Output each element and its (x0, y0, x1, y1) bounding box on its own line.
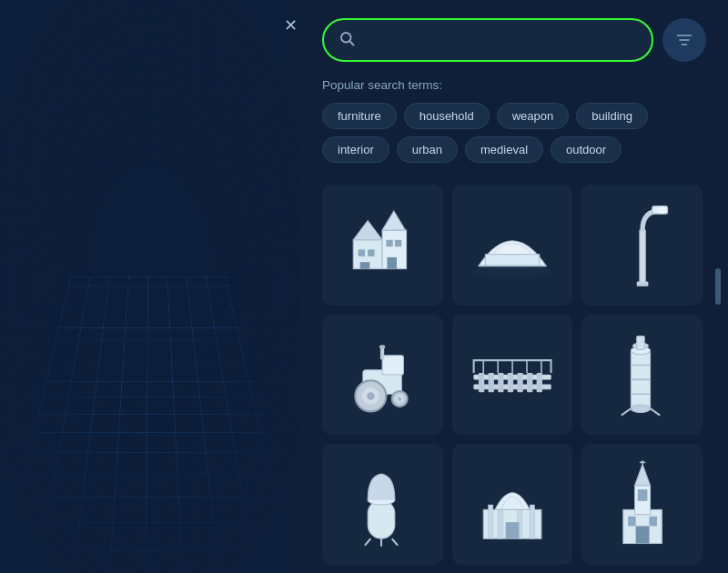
svg-rect-73 (628, 516, 635, 526)
svg-rect-34 (479, 373, 484, 392)
svg-point-21 (658, 206, 665, 214)
svg-rect-18 (639, 230, 644, 283)
close-icon: ✕ (284, 15, 298, 35)
item-building1[interactable] (322, 185, 443, 306)
popular-terms-label: Popular search terms: (322, 78, 706, 92)
svg-marker-7 (353, 221, 382, 240)
search-container (322, 18, 706, 62)
item-church[interactable] (581, 444, 703, 565)
svg-rect-23 (382, 356, 403, 375)
svg-rect-14 (388, 257, 398, 269)
svg-rect-65 (530, 505, 534, 538)
svg-rect-66 (506, 522, 520, 538)
item-tower[interactable] (581, 315, 703, 436)
item-tent[interactable] (452, 185, 573, 306)
svg-line-54 (621, 408, 631, 415)
left-panel (0, 0, 300, 573)
svg-rect-74 (649, 516, 656, 526)
svg-rect-36 (498, 373, 503, 392)
svg-marker-8 (382, 211, 405, 230)
scroll-indicator (715, 268, 721, 305)
filter-button[interactable] (662, 18, 706, 62)
tag-medieval[interactable]: medieval (465, 136, 543, 163)
svg-point-0 (341, 33, 351, 43)
svg-point-15 (474, 266, 551, 278)
item-tractor[interactable] (322, 315, 443, 436)
svg-rect-20 (636, 282, 648, 286)
svg-rect-38 (517, 373, 522, 392)
tag-weapon[interactable]: weapon (497, 103, 570, 129)
svg-rect-39 (527, 373, 532, 392)
svg-marker-69 (634, 464, 650, 485)
search-input[interactable] (364, 33, 637, 48)
svg-line-59 (392, 538, 398, 545)
tags-container: furniture household weapon building inte… (322, 103, 706, 163)
item-silo[interactable] (322, 444, 443, 565)
svg-line-58 (365, 538, 370, 545)
item-dome-building[interactable] (452, 444, 573, 565)
svg-rect-37 (508, 373, 513, 392)
grid-overlay (0, 0, 300, 573)
svg-line-55 (650, 408, 660, 415)
svg-rect-16 (485, 255, 539, 266)
svg-rect-72 (637, 489, 647, 501)
tag-interior[interactable]: interior (322, 136, 389, 163)
svg-rect-62 (488, 505, 492, 538)
svg-rect-56 (368, 499, 395, 538)
svg-rect-40 (537, 373, 542, 392)
search-panel: Popular search terms: furniture househol… (300, 0, 728, 573)
svg-rect-10 (368, 250, 374, 256)
svg-rect-11 (387, 240, 393, 246)
svg-rect-53 (636, 337, 643, 350)
svg-rect-12 (395, 240, 401, 246)
svg-point-25 (379, 345, 385, 348)
item-bridge[interactable] (452, 315, 573, 436)
svg-rect-24 (380, 347, 384, 359)
svg-line-1 (350, 41, 354, 45)
svg-rect-13 (360, 262, 370, 268)
search-box[interactable] (322, 18, 653, 62)
svg-point-28 (367, 392, 374, 399)
tag-urban[interactable]: urban (397, 136, 458, 163)
svg-point-31 (398, 397, 401, 400)
close-button[interactable]: ✕ (278, 13, 303, 38)
tag-outdoor[interactable]: outdoor (551, 136, 622, 163)
svg-point-48 (631, 405, 650, 412)
svg-rect-35 (488, 373, 493, 392)
svg-rect-9 (359, 250, 365, 256)
tag-building[interactable]: building (576, 103, 648, 129)
tag-furniture[interactable]: furniture (322, 103, 397, 129)
svg-rect-75 (635, 526, 649, 543)
search-icon (339, 30, 355, 51)
items-grid (322, 185, 706, 565)
tag-household[interactable]: household (404, 103, 490, 129)
item-streetlamp[interactable] (581, 185, 703, 306)
